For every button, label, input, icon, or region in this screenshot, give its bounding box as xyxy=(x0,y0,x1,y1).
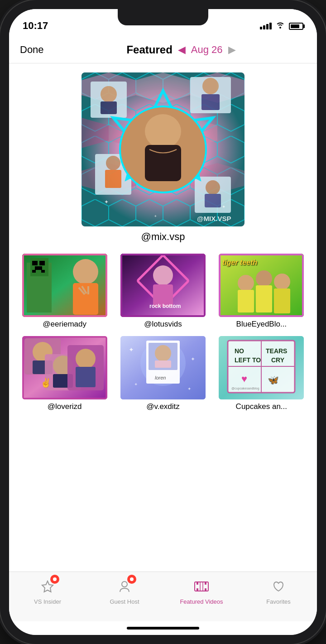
tab-favorites[interactable]: Favorites xyxy=(240,577,317,605)
svg-point-22 xyxy=(206,180,220,195)
grid-item-loverizd[interactable]: ✌ @loverizd xyxy=(18,336,111,411)
svg-text:CRY: CRY xyxy=(271,356,285,364)
thumb-vexditz-svg: loren ✦ ✦ ✦ ✦ xyxy=(120,336,206,399)
grid-item-lotusvids[interactable]: rock bottom @lotusvids xyxy=(116,254,209,329)
svg-rect-104 xyxy=(205,582,206,585)
signal-bars-icon xyxy=(260,23,272,29)
tab-icon-wrap-vs-insider xyxy=(38,577,58,596)
svg-rect-102 xyxy=(197,582,198,585)
svg-point-13 xyxy=(202,78,219,94)
svg-point-28 xyxy=(145,114,181,149)
content-area: ✦ ✦ ✦ @MIX.VSP @mix.vsp xyxy=(9,63,317,572)
svg-text:✦: ✦ xyxy=(129,346,134,353)
svg-point-58 xyxy=(256,270,272,287)
svg-text:✦: ✦ xyxy=(222,204,225,209)
nav-header: Done Featured ◀ Aug 26 ▶ xyxy=(9,36,317,63)
tab-label-guest-host: Guest Host xyxy=(110,598,139,605)
svg-text:loren: loren xyxy=(155,375,166,380)
thumb-eeriemady-svg xyxy=(22,254,107,317)
svg-marker-99 xyxy=(42,581,53,592)
svg-rect-23 xyxy=(205,194,221,207)
svg-text:✦: ✦ xyxy=(154,214,157,218)
svg-rect-72 xyxy=(76,367,96,387)
svg-rect-40 xyxy=(32,270,36,273)
phone-frame: 10:17 Done xyxy=(0,0,326,644)
featured-image-svg: ✦ ✦ ✦ @MIX.VSP xyxy=(82,72,244,226)
nav-date: Aug 26 xyxy=(191,44,223,56)
svg-rect-39 xyxy=(35,266,42,270)
svg-point-50 xyxy=(153,265,173,285)
signal-bar-1 xyxy=(260,27,262,29)
tab-label-favorites: Favorites xyxy=(266,598,290,605)
svg-text:✦: ✦ xyxy=(191,356,195,362)
svg-rect-38 xyxy=(39,261,45,265)
svg-rect-41 xyxy=(41,270,45,273)
grid-username-lotusvids: @lotusvids xyxy=(144,320,182,329)
grid-username-cupcakes: Cupcakes an... xyxy=(236,402,287,411)
done-button[interactable]: Done xyxy=(20,44,56,56)
thumb-lotusvids[interactable]: rock bottom xyxy=(120,254,206,317)
thumb-vexditz[interactable]: loren ✦ ✦ ✦ ✦ xyxy=(120,336,206,399)
guest-host-badge xyxy=(127,575,136,584)
thumb-loverizd[interactable]: ✌ xyxy=(22,336,107,399)
svg-text:✦: ✦ xyxy=(134,382,138,387)
thumb-blueeyedblo-svg: tiger teeth xyxy=(219,254,304,317)
thumb-blueeyedblo[interactable]: tiger teeth xyxy=(219,254,304,317)
tab-label-vs-insider: VS Insider xyxy=(34,598,61,605)
tab-icon-wrap-featured-videos xyxy=(192,577,211,596)
svg-text:✦: ✦ xyxy=(187,386,191,391)
grid-row-1: @eeriemady xyxy=(16,254,310,329)
tab-label-featured-videos: Featured Videos xyxy=(180,598,223,605)
grid-username-eeriemady: @eeriemady xyxy=(43,320,86,329)
grid-item-eeriemady[interactable]: @eeriemady xyxy=(18,254,111,329)
nav-title-area: Featured ◀ Aug 26 ▶ xyxy=(56,43,306,56)
prev-arrow-button[interactable]: ◀ xyxy=(178,44,186,56)
tab-featured-videos[interactable]: Featured Videos xyxy=(163,577,240,605)
featured-main-image[interactable]: ✦ ✦ ✦ @MIX.VSP xyxy=(82,72,244,226)
tab-bar: VS Insider Guest Host xyxy=(9,572,317,621)
page-title: Featured xyxy=(126,43,172,56)
battery-icon xyxy=(289,23,303,30)
svg-rect-81 xyxy=(155,360,171,368)
phone-screen: 10:17 Done xyxy=(9,9,317,635)
svg-rect-17 xyxy=(105,170,121,188)
heart-icon xyxy=(272,580,285,593)
thumb-eeriemady[interactable] xyxy=(22,254,107,317)
tab-guest-host[interactable]: Guest Host xyxy=(86,577,163,605)
svg-text:rock bottom: rock bottom xyxy=(149,303,181,309)
grid-item-vexditz[interactable]: loren ✦ ✦ ✦ ✦ @v.exditz xyxy=(116,336,209,411)
status-icons xyxy=(260,21,303,33)
svg-point-42 xyxy=(73,259,98,284)
svg-point-80 xyxy=(155,345,171,361)
film-icon xyxy=(194,580,209,593)
svg-rect-61 xyxy=(274,288,290,313)
featured-main-post[interactable]: ✦ ✦ ✦ @MIX.VSP @mix.vsp xyxy=(16,72,310,243)
svg-rect-37 xyxy=(32,261,38,265)
grid-username-vexditz: @v.exditz xyxy=(146,402,180,411)
next-arrow-button[interactable]: ▶ xyxy=(228,44,236,56)
svg-point-60 xyxy=(274,274,290,290)
svg-rect-43 xyxy=(73,283,98,315)
grid-item-cupcakes[interactable]: NO LEFT TO TEARS CRY ♥ 🦋 @cupcakesandblo… xyxy=(215,336,308,411)
grid-item-blueeyedblo[interactable]: tiger teeth BlueEyedBlo... xyxy=(215,254,308,329)
grid-username-loverizd: @loverizd xyxy=(48,402,82,411)
home-bar xyxy=(127,627,199,630)
svg-point-19 xyxy=(101,86,117,102)
svg-rect-57 xyxy=(238,290,254,312)
thumb-cupcakes[interactable]: NO LEFT TO TEARS CRY ♥ 🦋 @cupcakesandblo… xyxy=(219,336,304,399)
tab-icon-wrap-favorites xyxy=(268,577,288,596)
svg-rect-103 xyxy=(197,588,198,591)
svg-text:@cupcakesandblog: @cupcakesandblog xyxy=(231,387,259,390)
signal-bar-4 xyxy=(269,23,272,29)
wifi-icon xyxy=(275,21,285,31)
notch xyxy=(118,9,208,25)
svg-text:NO: NO xyxy=(235,347,244,355)
svg-text:tiger teeth: tiger teeth xyxy=(222,259,258,266)
svg-point-100 xyxy=(122,582,127,587)
svg-text:♥: ♥ xyxy=(241,373,247,384)
svg-rect-14 xyxy=(201,94,220,110)
grid-row-2: ✌ @loverizd xyxy=(16,336,310,411)
tab-vs-insider[interactable]: VS Insider xyxy=(9,577,86,605)
battery-fill xyxy=(291,24,299,28)
tab-icon-wrap-guest-host xyxy=(115,577,134,596)
